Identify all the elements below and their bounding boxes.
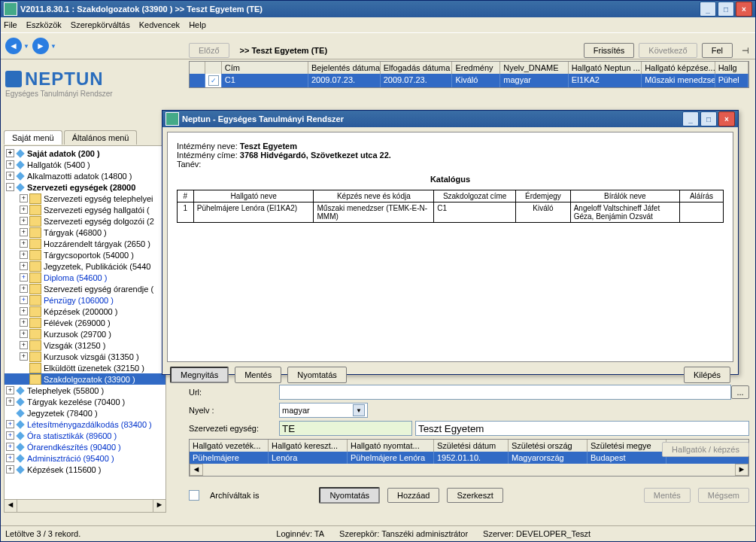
grid-header[interactable]: Elfogadás dátuma: [381, 62, 453, 74]
lang-combo[interactable]: magyar▼: [279, 403, 368, 418]
chevron-down-icon[interactable]: ▼: [353, 404, 365, 416]
subgrid-cell[interactable]: 1952.01.10.: [434, 452, 509, 464]
grid-header[interactable]: Hallgató képzése...: [642, 62, 715, 74]
tree-node[interactable]: +Jegyzetek, Publikációk (5440: [5, 260, 165, 272]
grid-header[interactable]: Hallgató Neptun ...: [569, 62, 642, 74]
subgrid-cell[interactable]: Pühelmájere: [190, 452, 269, 464]
grid-cell[interactable]: 2009.07.23.: [381, 74, 453, 87]
tree-node[interactable]: +Adminisztráció (95400 ): [5, 452, 165, 464]
subgrid-cell[interactable]: Magyarország: [509, 452, 587, 464]
up-button[interactable]: Fel: [702, 43, 733, 58]
grid-cell[interactable]: 2009.07.23.: [308, 74, 381, 87]
menu-role[interactable]: Szerepkörváltás: [71, 20, 130, 29]
tree-node[interactable]: +Vizsgák (31250 ): [5, 340, 165, 351]
tree-node[interactable]: +Kurzusok vizsgái (31350 ): [5, 351, 165, 362]
grid-cell[interactable]: Műszaki menedzser: [642, 74, 715, 87]
grid-header[interactable]: [190, 62, 205, 74]
subgrid-header[interactable]: Születési dátum: [434, 440, 509, 452]
nav-fwd-drop-icon[interactable]: ▼: [50, 43, 56, 50]
subgrid-header[interactable]: Hallgató nyomtat...: [348, 440, 434, 452]
tree-node[interactable]: +Pénzügy (106000 ): [5, 294, 165, 306]
nav-tree[interactable]: +Saját adatok (200 )+Hallgatók (5400 )+A…: [4, 145, 166, 513]
tree-node[interactable]: +Saját adatok (200 ): [5, 148, 165, 159]
grid-header[interactable]: Hallg: [715, 62, 748, 74]
grid-cell[interactable]: EI1KA2: [569, 74, 642, 87]
scroll-left-icon[interactable]: ◄: [190, 464, 203, 476]
dialog-save-button[interactable]: Mentés: [235, 367, 281, 383]
tree-node[interactable]: +Félévek (269000 ): [5, 317, 165, 328]
menu-help[interactable]: Help: [189, 20, 206, 29]
prev-button[interactable]: Előző: [189, 43, 229, 58]
nav-forward-icon[interactable]: ►: [32, 38, 49, 54]
grid-cell[interactable]: Pühel: [715, 74, 748, 87]
url-browse-button[interactable]: ...: [731, 385, 749, 399]
grid-cell[interactable]: Kiváló: [452, 74, 500, 87]
edit-button[interactable]: Szerkeszt: [447, 488, 502, 503]
nav-back-icon[interactable]: ◄: [5, 38, 22, 54]
dialog-open-button[interactable]: Megnyitás: [170, 367, 229, 383]
scroll-right-icon[interactable]: ►: [735, 464, 748, 476]
subgrid-header[interactable]: Születési ország: [509, 440, 587, 452]
tree-node[interactable]: Jegyzetek (78400 ): [5, 407, 165, 419]
refresh-button[interactable]: Frissítés: [584, 43, 635, 58]
tree-node[interactable]: +Tárgycsoportok (54000 ): [5, 249, 165, 260]
tree-node[interactable]: -Szervezeti egységek (28000: [5, 181, 165, 193]
tree-node[interactable]: Szakdolgozatok (33900 ): [5, 373, 165, 385]
menu-file[interactable]: File: [4, 20, 17, 29]
grid-header[interactable]: [205, 62, 221, 74]
tree-node[interactable]: +Szervezeti egység dolgozói (2: [5, 215, 165, 227]
maximize-button[interactable]: □: [718, 2, 734, 17]
dialog-close-button[interactable]: ×: [718, 111, 735, 126]
subgrid-header[interactable]: Hallgató vezeték...: [190, 440, 269, 452]
print-button[interactable]: Nyomtatás: [319, 487, 380, 504]
nav-back-drop-icon[interactable]: ▼: [23, 43, 29, 50]
save-button[interactable]: Mentés: [644, 488, 691, 503]
tree-node[interactable]: +Óra statisztikák (89600 ): [5, 430, 165, 441]
dialog-print-button[interactable]: Nyomtatás: [287, 367, 347, 383]
tree-node[interactable]: +Képzések (115600 ): [5, 464, 165, 475]
dialog-minimize-button[interactable]: _: [682, 111, 699, 126]
tree-node[interactable]: +Szervezeti egység órarendje (: [5, 283, 165, 294]
pin-icon[interactable]: ⊣: [742, 46, 749, 56]
minimize-button[interactable]: _: [700, 2, 716, 17]
tree-scrollbar[interactable]: ◄►: [5, 499, 165, 512]
menu-fav[interactable]: Kedvencek: [139, 20, 180, 29]
add-button[interactable]: Hozzáad: [387, 488, 439, 503]
tree-node[interactable]: +Hozzárendelt tárgyak (2650 ): [5, 238, 165, 249]
tree-node[interactable]: Elküldött üzenetek (32150 ): [5, 362, 165, 373]
grid-header[interactable]: Eredmény: [452, 62, 500, 74]
grid-cell[interactable]: ✓: [205, 74, 221, 87]
subgrid-header[interactable]: Születési megye: [587, 440, 666, 452]
tree-node[interactable]: +Hallgatók (5400 ): [5, 159, 165, 170]
menu-tools[interactable]: Eszközök: [26, 20, 62, 29]
subgrid-header[interactable]: Hallgató kereszt...: [269, 440, 348, 452]
subgrid-cell[interactable]: Lenóra: [269, 452, 348, 464]
tree-node[interactable]: +Képzések (200000 ): [5, 306, 165, 317]
grid-cell[interactable]: [190, 74, 205, 87]
main-grid[interactable]: CímBejelentés dátumaElfogadás dátumaEred…: [189, 61, 749, 88]
tree-node[interactable]: +Telephelyek (55800 ): [5, 385, 165, 396]
dialog-exit-button[interactable]: Kilépés: [684, 367, 730, 383]
next-button[interactable]: Következő: [639, 43, 697, 58]
grid-header[interactable]: Nyelv_DNAME: [500, 62, 568, 74]
grid-header[interactable]: Bejelentés dátuma: [308, 62, 381, 74]
subgrid-cell[interactable]: Pühelmájere Lenóra: [348, 452, 434, 464]
tree-node[interactable]: +Létesítménygazdálkodás (83400 ): [5, 419, 165, 430]
tree-node[interactable]: +Szervezeti egység hallgatói (: [5, 204, 165, 215]
grid-cell[interactable]: C1: [222, 74, 308, 87]
tab-own-menu[interactable]: Saját menü: [4, 130, 62, 145]
grid-header[interactable]: Cím: [222, 62, 308, 74]
tree-node[interactable]: +Diploma (54600 ): [5, 272, 165, 283]
cancel-button[interactable]: Mégsem: [698, 488, 749, 503]
tree-node[interactable]: +Szervezeti egység telephelyei: [5, 193, 165, 204]
tree-node[interactable]: +Tárgyak kezelése (70400 ): [5, 396, 165, 407]
tree-node[interactable]: +Órarendkészítés (90400 ): [5, 441, 165, 452]
grid-cell[interactable]: magyar: [500, 74, 568, 87]
tab-general-menu[interactable]: Általános menü: [64, 130, 138, 145]
tree-node[interactable]: +Kurzusok (29700 ): [5, 328, 165, 340]
tree-node[interactable]: +Tárgyak (46800 ): [5, 227, 165, 238]
tree-node[interactable]: +Alkalmazotti adatok (14800 ): [5, 170, 165, 181]
students-button[interactable]: Hallgatók / képzés: [662, 442, 749, 457]
url-input[interactable]: [279, 385, 731, 400]
dialog-maximize-button[interactable]: □: [700, 111, 717, 126]
